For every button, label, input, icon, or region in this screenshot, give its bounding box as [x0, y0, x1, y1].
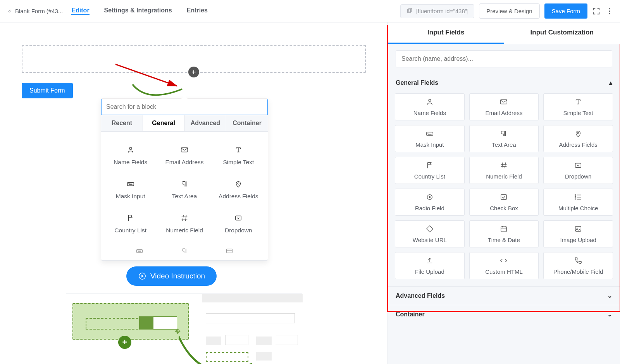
dots-vertical-icon: [605, 7, 614, 15]
field-label: Text Area: [492, 141, 516, 148]
chevron-up-icon: ▴: [609, 79, 612, 86]
list-icon: [574, 193, 582, 201]
submit-form-button[interactable]: Submit Form: [22, 83, 73, 98]
field-dropdown[interactable]: Dropdown: [212, 207, 265, 241]
field-label: Website URL: [413, 237, 447, 243]
phone-icon: [574, 256, 582, 265]
card-icon: [225, 247, 234, 255]
field-mask-input[interactable]: Mask Input: [103, 173, 157, 207]
more-menu-button[interactable]: [605, 7, 614, 15]
field-phone-mobile-field[interactable]: Phone/Mobile Field: [543, 252, 613, 279]
tab-input-customization[interactable]: Input Customization: [504, 22, 620, 44]
tab-editor[interactable]: Editor: [71, 7, 89, 15]
form-title[interactable]: Blank Form (#43...: [7, 8, 63, 14]
field-text-area[interactable]: Text Area: [469, 125, 539, 152]
field-label: Radio Field: [415, 205, 444, 211]
sidebar-search-input[interactable]: [401, 55, 606, 62]
field-label: Mask Input: [116, 193, 145, 200]
field-text-area[interactable]: Text Area: [157, 173, 211, 207]
pencil-icon: [7, 8, 13, 14]
hash-icon: [499, 161, 508, 170]
text-icon: [574, 98, 582, 106]
field-simple-text[interactable]: Simple Text: [543, 93, 613, 120]
play-icon: [138, 272, 146, 280]
copy-icon: [406, 8, 413, 15]
section-container[interactable]: Container ⌄: [388, 305, 620, 323]
video-instruction-label: Video Instruction: [150, 272, 205, 280]
section-advanced-fields[interactable]: Advanced Fields ⌄: [388, 287, 620, 305]
field-label: Dropdown: [565, 173, 591, 180]
field-name-fields[interactable]: Name Fields: [103, 139, 157, 173]
field-mask-input[interactable]: Mask Input: [395, 125, 465, 152]
pin-icon: [574, 129, 582, 138]
field-country-list[interactable]: Country List: [395, 157, 465, 184]
block-search-input[interactable]: [101, 99, 268, 115]
section-title: General Fields: [396, 79, 438, 86]
field-label: Simple Text: [563, 110, 593, 116]
field-label: Text Area: [172, 193, 197, 200]
field-numeric-field[interactable]: Numeric Field: [469, 157, 539, 184]
field-radio-field[interactable]: Radio Field: [395, 189, 465, 216]
field-numeric-field[interactable]: Numeric Field: [157, 207, 211, 241]
field-label: Custom HTML: [485, 268, 523, 275]
field-label: Numeric Field: [486, 173, 522, 180]
add-field-button[interactable]: +: [188, 67, 199, 77]
keyboard-icon: [126, 180, 135, 188]
tab-input-fields[interactable]: Input Fields: [388, 22, 504, 44]
sidebar-search[interactable]: [396, 50, 612, 67]
field-label: Dropdown: [225, 227, 252, 234]
section-title: Container: [396, 311, 425, 318]
shortcode-display[interactable]: [fluentform id="438"]: [400, 4, 474, 18]
code-icon: [499, 256, 508, 265]
paragraph-icon: [180, 247, 189, 255]
form-title-text: Blank Form (#43...: [15, 8, 63, 14]
keyboard-icon: [135, 247, 144, 255]
field-address-fields[interactable]: Address Fields: [212, 173, 265, 207]
form-canvas: + Submit Form Recent General Advanced Co…: [0, 22, 388, 364]
field-file-upload[interactable]: File Upload: [395, 252, 465, 279]
preview-design-button[interactable]: Preview & Design: [479, 3, 539, 19]
field-time-date[interactable]: Time & Date: [469, 220, 539, 247]
field-label: Name Fields: [114, 159, 147, 166]
user-icon: [126, 146, 135, 154]
field-label: Multiple Choice: [558, 205, 598, 211]
field-country-list[interactable]: Country List: [103, 207, 157, 241]
picker-tab-recent[interactable]: Recent: [101, 115, 143, 131]
field-name-fields[interactable]: Name Fields: [395, 93, 465, 120]
dropdown-icon: [234, 214, 243, 222]
field-email-address[interactable]: Email Address: [157, 139, 211, 173]
fullscreen-button[interactable]: [592, 7, 601, 15]
field-dropdown[interactable]: Dropdown: [543, 157, 613, 184]
field-address-fields[interactable]: Address Fields: [543, 125, 613, 152]
video-instruction-button[interactable]: Video Instruction: [126, 266, 217, 286]
picker-tabs: Recent General Advanced Container: [101, 115, 268, 132]
form-drop-zone[interactable]: +: [22, 45, 366, 73]
field-label: Email Address: [165, 159, 203, 166]
field-label: Mask Input: [415, 141, 444, 148]
field-custom-html[interactable]: Custom HTML: [469, 252, 539, 279]
drag-drop-illustration: ✥ +: [66, 294, 302, 364]
chevron-down-icon: ⌄: [607, 311, 612, 318]
field-multiple-choice[interactable]: Multiple Choice: [543, 189, 613, 216]
picker-tab-container[interactable]: Container: [226, 115, 268, 131]
upload-icon: [425, 256, 434, 265]
calendar-icon: [499, 225, 508, 233]
field-image-upload[interactable]: Image Upload: [543, 220, 613, 247]
tab-settings[interactable]: Settings & Integrations: [104, 7, 172, 15]
sidebar-tabs: Input Fields Input Customization: [388, 22, 620, 44]
tab-entries[interactable]: Entries: [187, 7, 208, 15]
check-icon: [499, 193, 508, 201]
picker-tab-general[interactable]: General: [143, 115, 185, 131]
field-check-box[interactable]: Check Box: [469, 189, 539, 216]
picker-tab-advanced[interactable]: Advanced: [185, 115, 227, 131]
field-label: Address Fields: [559, 141, 598, 148]
field-website-url[interactable]: Website URL: [395, 220, 465, 247]
shortcode-text: [fluentform id="438"]: [416, 8, 468, 14]
save-form-button[interactable]: Save Form: [544, 3, 587, 19]
field-label: File Upload: [415, 268, 444, 275]
field-simple-text[interactable]: Simple Text: [212, 139, 265, 173]
para-icon: [180, 180, 189, 188]
field-email-address[interactable]: Email Address: [469, 93, 539, 120]
section-general-fields[interactable]: General Fields ▴: [388, 74, 620, 92]
text-icon: [234, 146, 243, 154]
